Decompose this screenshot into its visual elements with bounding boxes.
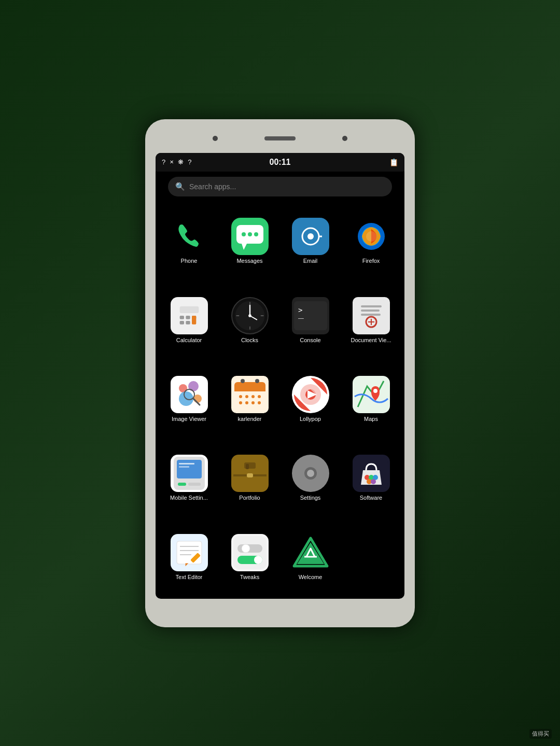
app-label-calculator: Calculator [176, 337, 202, 343]
clipboard-icon: 📋 [389, 158, 398, 166]
app-label-messages: Messages [236, 258, 262, 264]
svg-rect-94 [177, 541, 202, 564]
phone-screen: ? ✕ ❋ ? 00:11 📋 🔍 Search apps... [156, 153, 404, 599]
svg-point-1 [242, 232, 246, 236]
svg-point-55 [245, 401, 248, 404]
svg-rect-70 [179, 466, 189, 468]
app-label-firefox: Firefox [362, 258, 380, 264]
apps-grid: Phone Messages [156, 200, 404, 599]
app-label-email: Email [303, 258, 318, 264]
app-welcome[interactable]: Welcome [281, 518, 340, 595]
app-label-welcome: Welcome [299, 574, 323, 580]
svg-point-56 [251, 401, 255, 404]
status-icon-4: ? [188, 158, 191, 166]
app-phone[interactable]: Phone [160, 203, 218, 279]
app-label-text-editor: Text Editor [176, 574, 203, 580]
app-label-maps: Maps [364, 416, 378, 422]
svg-point-53 [258, 395, 261, 398]
svg-point-102 [242, 544, 250, 553]
svg-point-104 [254, 556, 262, 564]
svg-rect-81 [293, 471, 299, 475]
svg-rect-69 [179, 463, 194, 465]
bluetooth-icon: ❋ [178, 158, 184, 166]
svg-point-64 [373, 389, 377, 393]
app-email[interactable]: Email [281, 203, 340, 279]
svg-rect-80 [309, 485, 313, 491]
svg-rect-68 [188, 483, 201, 486]
svg-point-54 [239, 401, 242, 404]
app-label-clocks: Clocks [241, 337, 258, 343]
app-label-phone: Phone [181, 258, 198, 264]
app-karlender[interactable]: karlender [220, 360, 279, 437]
svg-rect-34 [361, 314, 381, 316]
svg-rect-12 [179, 306, 199, 313]
svg-point-3 [254, 232, 258, 236]
app-tweaks[interactable]: Tweaks [220, 518, 279, 595]
status-bar: ? ✕ ❋ ? 00:11 📋 [156, 153, 404, 172]
status-icon-2: ✕ [170, 159, 174, 165]
app-label-settings: Settings [300, 495, 321, 501]
app-label-mobile-settings: Mobile Settin... [170, 495, 208, 501]
app-messages[interactable]: Messages [220, 203, 279, 279]
svg-point-2 [248, 232, 252, 236]
svg-point-50 [239, 395, 242, 398]
svg-point-57 [258, 401, 261, 404]
svg-point-78 [307, 470, 314, 477]
svg-point-48 [241, 379, 245, 383]
search-bar[interactable]: 🔍 Search apps... [168, 177, 392, 196]
app-settings[interactable]: Settings [281, 440, 340, 516]
app-label-karlender: karlender [238, 416, 262, 422]
app-label-image-viewer: Image Viewer [172, 416, 206, 422]
svg-rect-16 [179, 321, 184, 325]
app-label-tweaks: Tweaks [240, 574, 259, 580]
status-left-icons: ? ✕ ❋ ? [162, 158, 191, 166]
app-console[interactable]: _ > Console [281, 281, 340, 358]
camera-right [342, 136, 347, 141]
svg-rect-82 [322, 471, 328, 475]
svg-rect-75 [247, 473, 253, 477]
svg-point-10 [366, 231, 376, 242]
search-placeholder-text: Search apps... [189, 182, 236, 191]
svg-rect-33 [361, 309, 380, 312]
svg-rect-32 [361, 305, 382, 307]
app-label-lollypop: Lollypop [300, 416, 321, 422]
svg-point-51 [245, 395, 248, 398]
app-mobile-settings[interactable]: Mobile Settin... [160, 440, 218, 516]
app-portfolio[interactable]: Portfolio [220, 440, 279, 516]
svg-rect-47 [234, 388, 265, 391]
svg-point-49 [255, 379, 259, 383]
camera-left [213, 136, 218, 141]
svg-rect-17 [186, 321, 190, 325]
svg-rect-13 [179, 316, 184, 319]
watermark: 值得买 [529, 729, 552, 739]
svg-rect-14 [186, 316, 190, 319]
app-label-software: Software [360, 495, 382, 501]
svg-rect-79 [309, 456, 313, 462]
svg-rect-67 [178, 483, 186, 486]
svg-rect-73 [246, 464, 249, 469]
app-image-viewer[interactable]: Image Viewer [160, 360, 218, 437]
app-maps[interactable]: Maps [342, 360, 400, 437]
app-label-document-viewer: Document Vie... [351, 337, 391, 343]
app-software[interactable]: Software [342, 440, 400, 516]
svg-rect-18 [192, 316, 196, 325]
app-firefox[interactable]: Firefox [342, 203, 400, 279]
app-clocks[interactable]: Clocks [220, 281, 279, 358]
app-calculator[interactable]: Calculator [160, 281, 218, 358]
svg-text:>: > [298, 306, 302, 314]
svg-point-92 [371, 479, 376, 484]
status-right-icons: 📋 [389, 158, 398, 166]
app-text-editor[interactable]: Text Editor [160, 518, 218, 595]
app-label-portfolio: Portfolio [239, 495, 260, 501]
svg-rect-71 [233, 467, 267, 490]
status-time: 00:11 [270, 158, 291, 167]
phone-outer: ? ✕ ❋ ? 00:11 📋 🔍 Search apps... [145, 119, 415, 627]
status-icon-1: ? [162, 158, 165, 166]
app-lollypop[interactable]: Lollypop [281, 360, 340, 437]
svg-marker-4 [242, 244, 247, 250]
phone-top-bar [150, 124, 410, 153]
speaker [264, 136, 296, 140]
app-document-viewer[interactable]: Document Vie... [342, 281, 400, 358]
svg-rect-66 [177, 460, 202, 478]
app-label-console: Console [300, 337, 320, 343]
